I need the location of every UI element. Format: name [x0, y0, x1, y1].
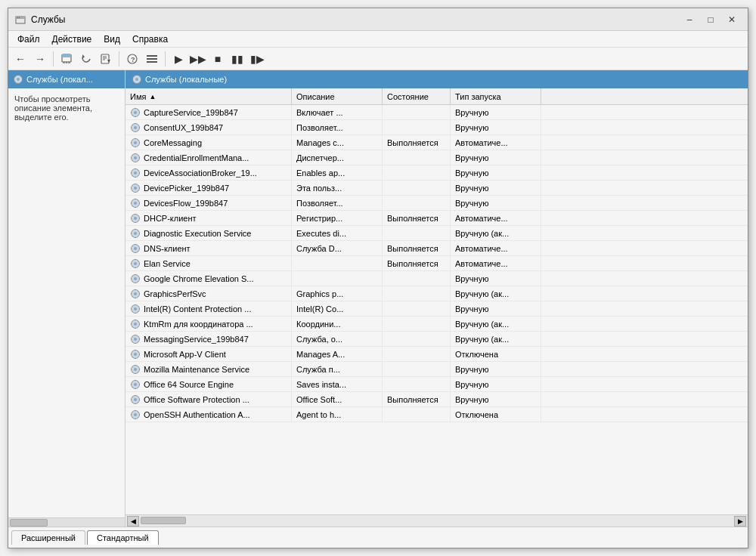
stop-button[interactable]: ■: [209, 50, 227, 68]
svg-point-41: [134, 232, 137, 235]
service-desc: Intel(R) Co...: [292, 301, 383, 316]
sidebar-description: Чтобы просмотреть описание элемента, выд…: [8, 88, 125, 517]
service-icon: [130, 183, 141, 193]
refresh-button[interactable]: [77, 50, 95, 68]
minimize-button[interactable]: –: [680, 11, 699, 28]
services-panel: Службы (локальные) Имя ▲ Описание Состоя…: [125, 70, 748, 527]
table-header: Имя ▲ Описание Состояние Тип запуска: [125, 88, 748, 105]
table-body[interactable]: CaptureService_199b847Включает ...Вручну…: [125, 105, 748, 514]
horizontal-scrollbar[interactable]: ◀ ▶: [125, 514, 748, 527]
scroll-left-button[interactable]: ◀: [127, 516, 139, 527]
table-row[interactable]: DHCP-клиентРегистрир...ВыполняетсяАвтома…: [125, 211, 748, 226]
service-name: DHCP-клиент: [125, 211, 292, 225]
table-row[interactable]: OpenSSH Authentication A...Agent to h...…: [125, 407, 748, 422]
sidebar-scroll-thumb[interactable]: [10, 519, 48, 527]
table-row[interactable]: Mozilla Maintenance ServiceСлужба п...Вр…: [125, 362, 748, 377]
service-starttype: Вручную: [451, 271, 541, 286]
sidebar-title: Службы (локал...: [26, 75, 93, 84]
service-icon: [130, 334, 141, 344]
svg-marker-14: [107, 60, 110, 63]
sidebar-icon: [13, 74, 23, 85]
table-row[interactable]: Elan ServiceВыполняетсяАвтоматиче...: [125, 256, 748, 271]
table-row[interactable]: Google Chrome Elevation S...Вручную: [125, 271, 748, 286]
window-controls: – □ ✕: [680, 11, 742, 28]
service-state: [383, 181, 451, 195]
service-desc: Позволяет...: [292, 120, 383, 134]
service-starttype: Автоматиче...: [451, 211, 541, 225]
svg-point-45: [134, 262, 137, 265]
table-row[interactable]: CoreMessagingManages c...ВыполняетсяАвто…: [125, 135, 748, 150]
service-starttype: Вручную: [451, 105, 541, 119]
tab-standard[interactable]: Стандартный: [87, 530, 159, 545]
window-icon: [14, 14, 26, 26]
service-desc: Позволяет...: [292, 196, 383, 210]
menu-help[interactable]: Справка: [126, 32, 174, 46]
col-start[interactable]: Тип запуска: [451, 88, 541, 104]
service-state: [383, 226, 451, 240]
scroll-right-button[interactable]: ▶: [734, 516, 746, 527]
play-button[interactable]: ▶: [169, 50, 187, 68]
table-row[interactable]: GraphicsPerfSvcGraphics p...Вручную (ак.…: [125, 286, 748, 301]
col-state[interactable]: Состояние: [383, 88, 451, 104]
menu-action[interactable]: Действие: [46, 32, 98, 46]
table-row[interactable]: DevicePicker_199b847Эта польз...Вручную: [125, 181, 748, 196]
settings-button[interactable]: [143, 50, 161, 68]
table-row[interactable]: DeviceAssociationBroker_19...Enables ap.…: [125, 165, 748, 181]
svg-point-49: [134, 292, 137, 295]
scroll-thumb-horizontal[interactable]: [141, 517, 186, 524]
table-row[interactable]: DevicesFlow_199b847Позволяет...Вручную: [125, 196, 748, 211]
table-row[interactable]: Microsoft App-V ClientManages A...Отключ…: [125, 347, 748, 362]
maximize-button[interactable]: □: [701, 11, 720, 28]
svg-point-29: [134, 141, 137, 144]
window-title: Службы: [31, 14, 680, 25]
service-name: CaptureService_199b847: [125, 105, 292, 119]
svg-point-6: [63, 61, 65, 63]
col-name[interactable]: Имя ▲: [125, 88, 292, 104]
table-row[interactable]: CredentialEnrollmentMana...Диспетчер...В…: [125, 150, 748, 165]
table-row[interactable]: MessagingService_199b847Служба, о...Вруч…: [125, 332, 748, 347]
service-starttype: Автоматиче...: [451, 135, 541, 150]
table-row[interactable]: Office 64 Source EngineSaves insta...Вру…: [125, 377, 748, 392]
service-desc: [292, 256, 383, 270]
table-row[interactable]: Diagnostic Execution ServiceExecutes di.…: [125, 226, 748, 241]
svg-point-8: [68, 61, 70, 63]
table-row[interactable]: ConsentUX_199b847Позволяет...Вручную: [125, 120, 748, 135]
menu-file[interactable]: Файл: [11, 32, 46, 46]
export-button[interactable]: [97, 50, 115, 68]
svg-point-55: [134, 338, 137, 341]
menu-view[interactable]: Вид: [98, 32, 126, 46]
col-desc[interactable]: Описание: [292, 88, 383, 104]
table-row[interactable]: DNS-клиентСлужба D...ВыполняетсяАвтомати…: [125, 241, 748, 256]
service-desc: Saves insta...: [292, 377, 383, 391]
service-state: [383, 362, 451, 376]
table-row[interactable]: KtmRm для координатора ...Координи...Вру…: [125, 317, 748, 332]
tab-extended[interactable]: Расширенный: [11, 530, 85, 545]
service-name: Office 64 Source Engine: [125, 377, 292, 391]
forward-button[interactable]: →: [31, 50, 49, 68]
step-button[interactable]: ▮▶: [248, 50, 266, 68]
play2-button[interactable]: ▶▶: [189, 50, 207, 68]
service-icon: [130, 258, 141, 269]
service-name: ConsentUX_199b847: [125, 120, 292, 134]
service-icon: [130, 409, 141, 420]
service-state: [383, 332, 451, 346]
scroll-track[interactable]: [139, 516, 734, 527]
table-row[interactable]: Intel(R) Content Protection ...Intel(R) …: [125, 301, 748, 317]
pause-button[interactable]: ▮▮: [228, 50, 246, 68]
service-icon: [130, 198, 141, 208]
table-row[interactable]: CaptureService_199b847Включает ...Вручну…: [125, 105, 748, 120]
table-row[interactable]: Office Software Protection ...Office Sof…: [125, 392, 748, 407]
up-button[interactable]: [57, 50, 76, 68]
service-name: Elan Service: [125, 256, 292, 270]
help-button[interactable]: ?: [123, 50, 141, 68]
service-starttype: Вручную: [451, 150, 541, 165]
service-desc: Регистрир...: [292, 211, 383, 225]
service-starttype: Вручную: [451, 165, 541, 180]
service-icon: [130, 304, 141, 314]
service-icon: [130, 122, 141, 133]
sidebar-scrollbar[interactable]: [8, 517, 125, 527]
close-button[interactable]: ✕: [722, 11, 742, 28]
separator-3: [165, 51, 166, 66]
service-state: Выполняется: [383, 241, 451, 255]
back-button[interactable]: ←: [11, 50, 29, 68]
